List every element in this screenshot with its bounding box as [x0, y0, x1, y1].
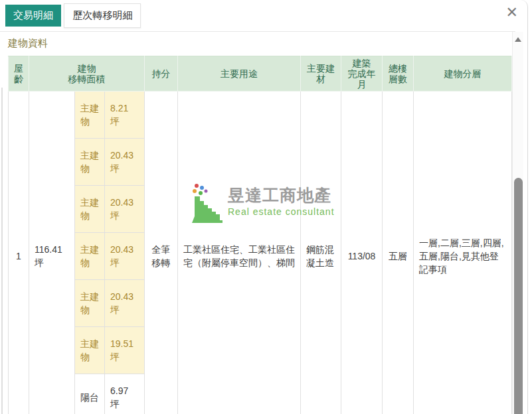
floors-cell: 一層,二層,三層,四層,五層,陽台,見其他登記事項: [414, 92, 512, 414]
area-value-cell: 20.43 坪: [105, 139, 145, 186]
total-area-cell: 116.41 坪: [29, 92, 75, 414]
scrollbar-thumb[interactable]: [514, 178, 523, 414]
area-value-cell: 20.43 坪: [105, 233, 145, 280]
tab-bar: 交易明細 歷次轉移明細: [0, 0, 515, 32]
main-use-cell: 工業社區住宅、工業社區住宅（附屬停車空間）、梯間: [178, 92, 301, 414]
area-type-cell: 主建物: [75, 327, 105, 374]
area-value-cell: 19.51 坪: [105, 327, 145, 374]
area-type-cell: 主建物: [75, 186, 105, 233]
header-completion: 建築 完成年 月: [341, 56, 383, 92]
header-total-floors: 總樓 層數: [383, 56, 414, 92]
header-transfer-area: 建物 移轉面積: [29, 56, 145, 92]
transaction-detail-modal: 交易明細 歷次轉移明細 ✕ 建物資料 屋 齡 建物 移轉面積 持分 主要用途 主…: [0, 0, 528, 414]
modal-left-edge: [1, 88, 3, 414]
building-info-table: 屋 齡 建物 移轉面積 持分 主要用途 主要建 材 建築 完成年 月 總樓 層數…: [8, 56, 512, 414]
area-value-cell: 8.21 坪: [105, 92, 145, 139]
area-value-cell: 20.43 坪: [105, 186, 145, 233]
area-type-cell: 陽台: [75, 374, 105, 414]
completion-cell: 113/08: [341, 92, 383, 414]
header-share: 持分: [145, 56, 178, 92]
area-type-cell: 主建物: [75, 280, 105, 327]
close-icon[interactable]: ✕: [506, 4, 518, 21]
age-cell: 1: [9, 92, 29, 414]
header-material: 主要建 材: [301, 56, 341, 92]
area-type-cell: 主建物: [75, 92, 105, 139]
total-floors-cell: 五層: [383, 92, 414, 414]
area-value-cell: 6.97 坪: [105, 374, 145, 414]
header-age: 屋 齡: [9, 56, 29, 92]
area-value-cell: 20.43 坪: [105, 280, 145, 327]
scrollbar[interactable]: [512, 32, 523, 414]
area-type-cell: 主建物: [75, 139, 105, 186]
header-floors: 建物分層: [414, 56, 512, 92]
tab-transfer-history[interactable]: 歷次轉移明細: [64, 3, 141, 28]
tab-transaction-detail[interactable]: 交易明細: [5, 5, 61, 27]
table-row: 1116.41 坪主建物8.21 坪全筆 移轉工業社區住宅、工業社區住宅（附屬停…: [9, 92, 512, 139]
header-main-use: 主要用途: [178, 56, 301, 92]
share-cell: 全筆 移轉: [145, 92, 178, 414]
scrollbar-up-arrow-icon[interactable]: [515, 37, 521, 42]
area-type-cell: 主建物: [75, 233, 105, 280]
building-table-header: 屋 齡 建物 移轉面積 持分 主要用途 主要建 材 建築 完成年 月 總樓 層數…: [9, 56, 512, 92]
section-title-building-info: 建物資料: [8, 37, 48, 50]
dialog-stage: 交易明細 歷次轉移明細 ✕ 建物資料 屋 齡 建物 移轉面積 持分 主要用途 主…: [0, 0, 532, 414]
material-cell: 鋼筋混凝土造: [301, 92, 341, 414]
building-table-body: 1116.41 坪主建物8.21 坪全筆 移轉工業社區住宅、工業社區住宅（附屬停…: [9, 92, 512, 414]
